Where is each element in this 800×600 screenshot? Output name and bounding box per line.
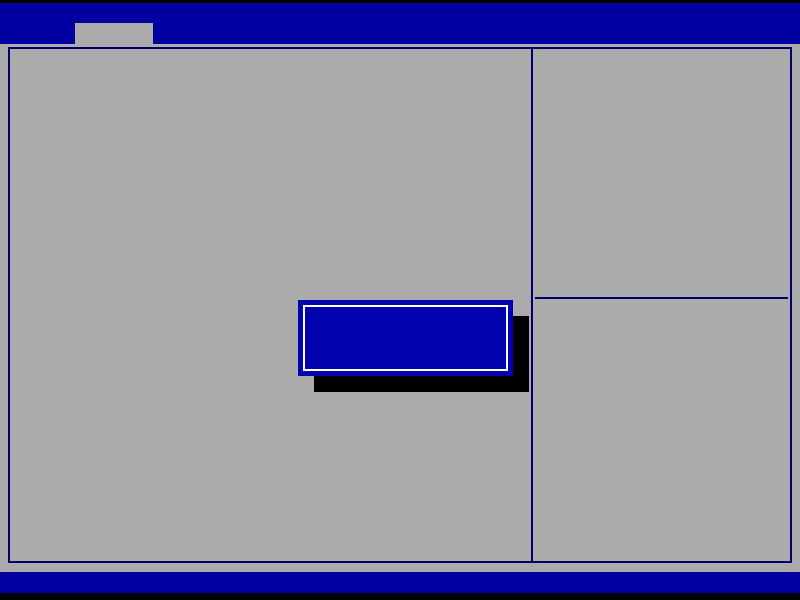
help-divider — [535, 297, 788, 299]
tab-advanced[interactable] — [75, 23, 153, 44]
help-pane — [533, 49, 790, 561]
version-text — [0, 572, 800, 593]
popup-border — [303, 305, 508, 371]
footer-bar — [0, 572, 800, 593]
titlebar — [0, 3, 800, 44]
bottom-black-strip — [0, 593, 800, 600]
wake-up-on-alarm-popup — [298, 300, 513, 376]
popup-title — [298, 297, 513, 313]
title-dash-right-icon — [412, 305, 428, 307]
title-dash-left-icon — [384, 305, 400, 307]
app-title — [0, 5, 800, 25]
bios-screen — [0, 0, 800, 600]
main-panel — [8, 47, 792, 563]
